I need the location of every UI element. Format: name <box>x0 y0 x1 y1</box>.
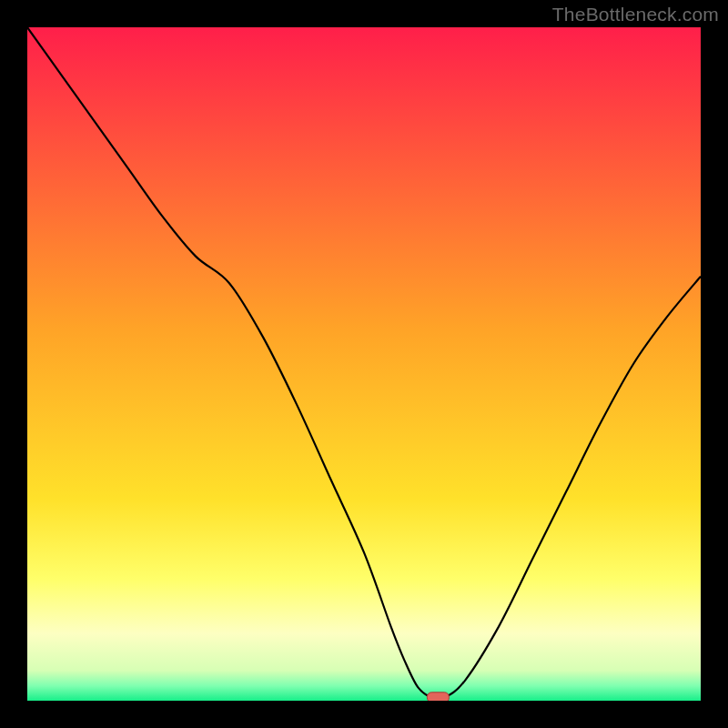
chart-frame: TheBottleneck.com <box>0 0 728 728</box>
optimal-marker <box>427 693 449 701</box>
watermark-label: TheBottleneck.com <box>552 4 719 25</box>
bottleneck-chart <box>27 27 701 701</box>
gradient-backdrop <box>27 27 701 701</box>
